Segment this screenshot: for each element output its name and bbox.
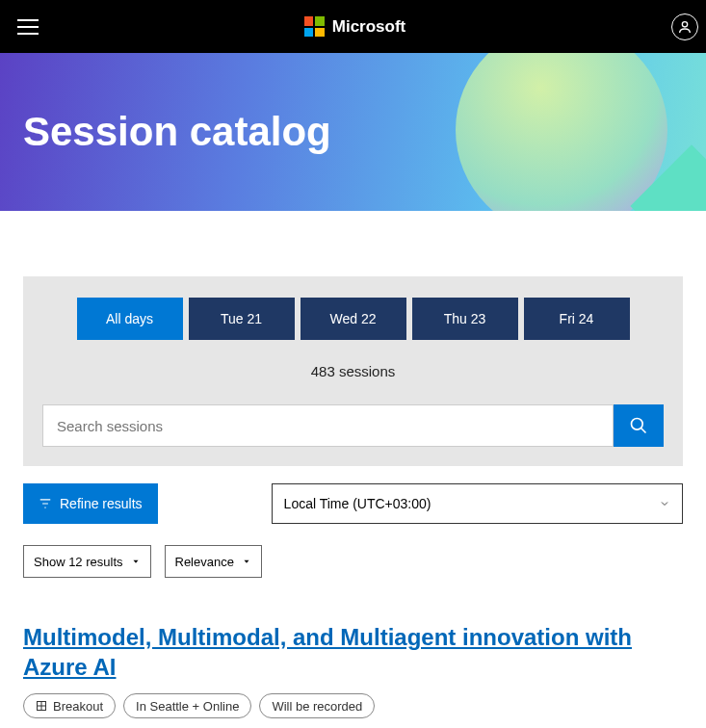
day-tabs: All days Tue 21 Wed 22 Thu 23 Fri 24 <box>42 298 664 340</box>
timezone-select[interactable]: Local Time (UTC+03:00) <box>272 483 683 524</box>
session-tag-recorded: Will be recorded <box>259 693 375 718</box>
svg-point-1 <box>632 419 643 430</box>
session-tag-location: In Seattle + Online <box>123 693 251 718</box>
session-card: Multimodel, Multimodal, and Multiagent i… <box>23 622 683 728</box>
page-size-select[interactable]: Show 12 results <box>23 545 151 578</box>
chevron-down-icon <box>242 557 251 566</box>
microsoft-logo-icon <box>304 16 325 37</box>
svg-marker-3 <box>133 560 138 563</box>
brand[interactable]: Microsoft <box>304 16 406 37</box>
refine-button[interactable]: Refine results <box>23 483 158 524</box>
chevron-down-icon <box>131 557 141 566</box>
timezone-value: Local Time (UTC+03:00) <box>284 496 431 511</box>
session-count: 483 sessions <box>42 363 664 379</box>
svg-marker-4 <box>244 560 248 563</box>
menu-button[interactable] <box>17 19 39 35</box>
session-tag-format: Breakout <box>23 693 116 718</box>
grid-icon <box>36 700 47 712</box>
sort-value: Relevance <box>175 555 234 569</box>
day-tab-wed[interactable]: Wed 22 <box>301 298 406 340</box>
filter-icon <box>39 497 52 510</box>
day-tab-fri[interactable]: Fri 24 <box>524 298 630 340</box>
chevron-down-icon <box>659 498 670 509</box>
filter-panel: All days Tue 21 Wed 22 Thu 23 Fri 24 483… <box>23 276 683 466</box>
day-tab-tue[interactable]: Tue 21 <box>189 298 295 340</box>
svg-point-0 <box>682 21 687 26</box>
account-button[interactable] <box>671 13 698 40</box>
person-icon <box>677 19 693 35</box>
day-tab-all[interactable]: All days <box>77 298 183 340</box>
hero-banner: Session catalog <box>0 53 706 211</box>
search-button[interactable] <box>614 404 664 447</box>
day-tab-thu[interactable]: Thu 23 <box>412 298 518 340</box>
refine-label: Refine results <box>60 496 143 511</box>
page-size-value: Show 12 results <box>34 555 123 569</box>
svg-line-2 <box>641 429 646 433</box>
session-title-link[interactable]: Multimodel, Multimodal, and Multiagent i… <box>23 624 632 680</box>
brand-label: Microsoft <box>332 17 406 37</box>
search-icon <box>629 416 648 435</box>
search-input[interactable] <box>42 404 614 447</box>
page-title: Session catalog <box>23 109 331 155</box>
sort-select[interactable]: Relevance <box>165 545 262 578</box>
